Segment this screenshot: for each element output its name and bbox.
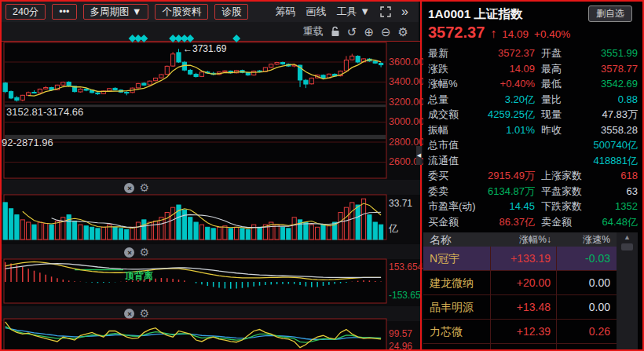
stats-cell: 63 (541, 184, 638, 199)
stats-cell: 流通值 (428, 153, 459, 169)
stats-row: 委卖6134.87万平盘家数63 (423, 184, 642, 199)
rank-row[interactable]: 上海谊众-U+10.950.00 (423, 344, 617, 351)
rank-table: N冠宇+133.19-0.03建龙微纳+20.000.00晶丰明源+13.480… (423, 247, 617, 351)
price-axis-label: 3000.00 (389, 116, 424, 127)
macd-axis-max: 153.654 (389, 261, 423, 272)
remove-favorite-button[interactable]: 删自选 (588, 5, 632, 22)
macd-divergence-note: 顶背离 (125, 269, 153, 283)
stats-row: 市盈率(动)14.45下跌家数1352 (423, 199, 642, 214)
stats-cell: 500740亿 (541, 137, 638, 153)
stats-cell: 14.45 (428, 199, 535, 214)
rank-change-pct: +10.95 (491, 344, 557, 351)
stats-cell: 3551.99 (541, 46, 638, 61)
stats-cell: 418881亿 (541, 153, 638, 169)
stats-cell: 1352 (541, 199, 638, 214)
stats-row: 总市值500740亿 (423, 137, 642, 153)
volume-axis-max: 33.71 (389, 198, 412, 209)
stats-cell: 47.83万 (541, 107, 638, 122)
kdj-axis-max: 99.57 (389, 328, 412, 339)
rank-col-name: 名称 (423, 232, 491, 247)
rank-col-speed: 涨速% (557, 232, 617, 247)
volume-axis-unit: 亿 (389, 222, 398, 236)
panel-divider (420, 2, 422, 349)
price-change-percent: +0.40% (534, 28, 570, 40)
rank-row[interactable]: 建龙微纳+20.000.00 (423, 271, 617, 295)
stats-row: 涨幅%+0.40%最低3542.69 (423, 76, 642, 92)
quote-panel: 1A0001 上证指数 删自选 3572.37 ↑ 14.09 +0.40% 最… (423, 2, 642, 349)
quote-stats: 最新3572.37开盘3551.99涨跌14.09最高3578.77涨幅%+0.… (423, 46, 642, 229)
rank-row[interactable]: 晶丰明源+13.480.00 (423, 295, 617, 320)
rank-row[interactable]: N冠宇+133.19-0.03 (423, 247, 617, 271)
stock-app-window: 240分 ••• 多周期图 ▼ 个股资料 诊股 筹码 画线 工具 ▼ » 重载 … (0, 0, 644, 351)
stats-cell: 4259.25亿 (428, 107, 535, 122)
rank-stock-name: 晶丰明源 (423, 295, 491, 320)
stats-row: 委买2915.49万上涨家数618 (423, 168, 642, 184)
stats-cell: 3.20亿 (428, 92, 535, 108)
stats-cell: 618 (541, 168, 638, 184)
stock-code-name: 1A0001 上证指数 (428, 6, 523, 23)
rank-change-pct: +133.19 (491, 247, 557, 271)
price-change: 14.09 (502, 28, 529, 40)
rank-speed-pct: 0.00 (557, 344, 617, 351)
price-axis-label: 3200.00 (389, 97, 424, 108)
rank-change-pct: +20.00 (491, 271, 557, 295)
rank-stock-name: 建龙微纳 (423, 271, 491, 295)
scroll-up-arrow[interactable]: ▲ (617, 233, 638, 241)
scrollbar-thumb[interactable] (621, 243, 633, 250)
stats-cell: 14.09 (428, 61, 535, 77)
price-axis-label: 3400.00 (389, 76, 424, 87)
stats-cell: +0.40% (428, 76, 535, 92)
gap-zone-label-2: 92-2871.96 (2, 137, 53, 148)
rank-table-header: 名称 涨幅%↓ 涨速% (423, 232, 617, 247)
stats-cell: 2915.49万 (428, 168, 535, 184)
stats-row: 涨跌14.09最高3578.77 (423, 61, 642, 77)
kdj-axis-min: 24.96 (389, 341, 412, 351)
up-arrow-icon: ↑ (490, 27, 496, 41)
stats-cell: 6134.87万 (428, 184, 535, 199)
stats-cell: 64.48亿 (541, 214, 638, 230)
stats-cell: 3542.69 (541, 76, 638, 92)
rank-speed-pct: 0.26 (557, 320, 617, 344)
rank-speed-pct: 0.00 (557, 295, 617, 320)
stats-cell: 总市值 (428, 137, 459, 153)
stats-cell: 3572.37 (428, 46, 535, 61)
price-axis-label: 3600.00 (389, 57, 424, 68)
stats-row: 振幅1.01%昨收3558.28 (423, 122, 642, 138)
rank-scrollbar: ▲ (617, 232, 638, 349)
rank-row[interactable]: 力芯微+12.390.26 (423, 320, 617, 344)
rank-change-pct: +13.48 (491, 295, 557, 320)
rank-speed-pct: -0.03 (557, 247, 617, 271)
stats-row: 成交额4259.25亿现量47.83万 (423, 107, 642, 122)
price-line: 3572.37 ↑ 14.09 +0.40% (428, 24, 570, 42)
stats-row: 流通值418881亿 (423, 153, 642, 169)
stats-cell: 3558.28 (541, 122, 638, 138)
stats-row: 买金额86.37亿卖金额64.48亿 (423, 214, 642, 230)
rank-stock-name: N冠宇 (423, 247, 491, 271)
stats-cell: 3578.77 (541, 61, 638, 77)
gap-zone-label-1: 3152.81-3174.66 (6, 106, 83, 118)
rank-col-change-sort[interactable]: 涨幅%↓ (491, 232, 557, 247)
panel-collapse-handle[interactable]: ◀ (416, 146, 422, 165)
rank-speed-pct: 0.00 (557, 271, 617, 295)
rank-change-pct: +12.39 (491, 320, 557, 344)
macd-axis-min: -153.65 (389, 290, 421, 301)
stats-cell: 1.01% (428, 122, 535, 138)
stats-cell: 0.88 (541, 92, 638, 108)
peak-price-annotation: ←3731.69 (183, 43, 226, 54)
stats-row: 总量3.20亿量比0.88 (423, 92, 642, 108)
rank-stock-name: 力芯微 (423, 320, 491, 344)
rank-stock-name: 上海谊众-U (423, 344, 491, 351)
stats-cell: 86.37亿 (428, 214, 535, 230)
stats-row: 最新3572.37开盘3551.99 (423, 46, 642, 61)
last-price: 3572.37 (428, 24, 485, 42)
